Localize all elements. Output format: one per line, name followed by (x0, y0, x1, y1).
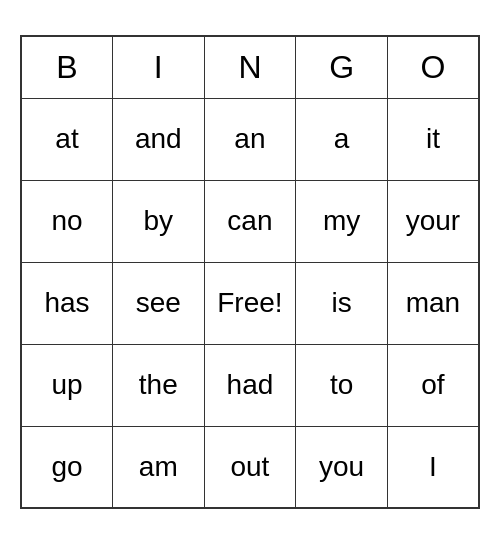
bingo-cell-4-1: am (113, 426, 205, 508)
bingo-cell-1-0: no (21, 180, 113, 262)
header-cell-i: I (113, 36, 205, 98)
bingo-cell-3-3: to (296, 344, 388, 426)
bingo-cell-4-0: go (21, 426, 113, 508)
bingo-cell-4-2: out (204, 426, 296, 508)
bingo-row: upthehadtoof (21, 344, 479, 426)
bingo-cell-3-4: of (387, 344, 479, 426)
header-cell-n: N (204, 36, 296, 98)
bingo-row: atandanait (21, 98, 479, 180)
bingo-cell-2-1: see (113, 262, 205, 344)
header-cell-b: B (21, 36, 113, 98)
bingo-cell-1-2: can (204, 180, 296, 262)
bingo-cell-3-2: had (204, 344, 296, 426)
bingo-row: hasseeFree!isman (21, 262, 479, 344)
bingo-cell-0-3: a (296, 98, 388, 180)
bingo-cell-3-0: up (21, 344, 113, 426)
bingo-row: nobycanmyyour (21, 180, 479, 262)
bingo-cell-0-0: at (21, 98, 113, 180)
bingo-cell-3-1: the (113, 344, 205, 426)
bingo-cell-1-1: by (113, 180, 205, 262)
bingo-cell-4-3: you (296, 426, 388, 508)
header-row: BINGO (21, 36, 479, 98)
bingo-cell-0-1: and (113, 98, 205, 180)
bingo-cell-1-4: your (387, 180, 479, 262)
bingo-card: BINGO atandanaitnobycanmyyourhasseeFree!… (20, 35, 480, 509)
bingo-row: goamoutyouI (21, 426, 479, 508)
bingo-cell-2-3: is (296, 262, 388, 344)
bingo-cell-2-2: Free! (204, 262, 296, 344)
bingo-cell-0-2: an (204, 98, 296, 180)
bingo-cell-2-4: man (387, 262, 479, 344)
bingo-cell-1-3: my (296, 180, 388, 262)
bingo-cell-4-4: I (387, 426, 479, 508)
bingo-cell-2-0: has (21, 262, 113, 344)
header-cell-g: G (296, 36, 388, 98)
header-cell-o: O (387, 36, 479, 98)
bingo-cell-0-4: it (387, 98, 479, 180)
